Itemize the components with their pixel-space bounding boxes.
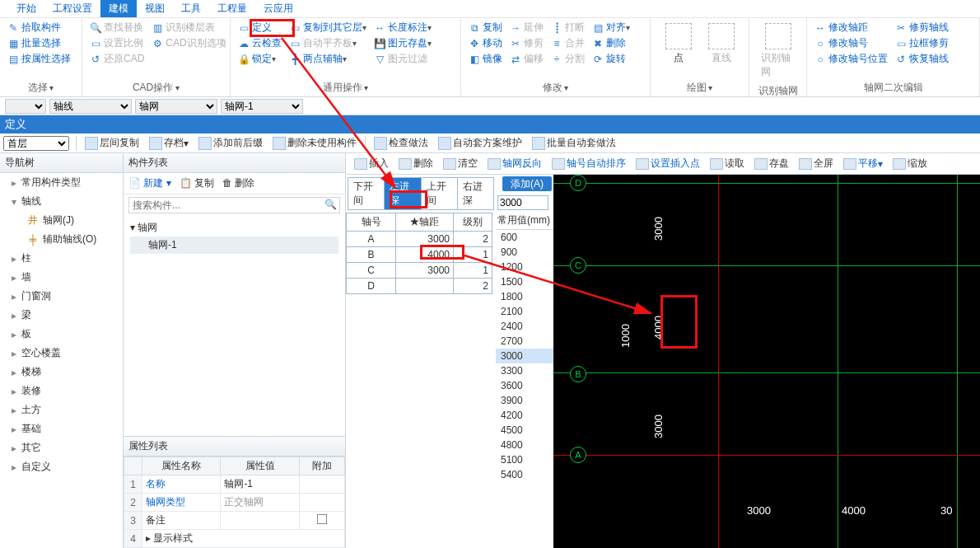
common-value[interactable]: 2700 <box>496 334 553 349</box>
tb2-batch[interactable]: 批量自动套做法 <box>527 136 621 150</box>
nav-found[interactable]: ▸基础 <box>0 419 123 438</box>
nav-slab[interactable]: ▸板 <box>0 325 123 344</box>
sel-a[interactable] <box>5 99 46 114</box>
sel-c[interactable]: 轴网 <box>135 99 217 114</box>
comp-tree-item[interactable]: 轴网-1 <box>130 237 338 254</box>
trim-axis[interactable]: ✂修剪轴线 <box>891 20 952 35</box>
prop-select[interactable]: ▤按属性选择 <box>3 51 78 67</box>
nav-other[interactable]: ▸其它 <box>0 438 123 457</box>
cbar-zoom[interactable]: 缩放 <box>888 157 932 171</box>
group-modify[interactable]: 修改 <box>464 79 646 96</box>
table-row[interactable]: D2 <box>347 279 492 294</box>
cbar-full[interactable]: 全屏 <box>794 157 838 171</box>
common-value[interactable]: 1800 <box>496 289 553 304</box>
lock-btn[interactable]: 🔒锁定 <box>234 51 285 67</box>
common-value[interactable]: 5100 <box>496 452 553 467</box>
tb2-archive[interactable]: 存档 ▾ <box>144 136 194 150</box>
len-dim[interactable]: ↔长度标注 <box>370 20 435 35</box>
cbar-delete[interactable]: 删除 <box>394 157 438 171</box>
cbar-save[interactable]: 存盘 <box>749 157 794 171</box>
common-value[interactable]: 3000 <box>496 349 553 363</box>
common-value[interactable]: 3600 <box>496 378 553 393</box>
tab-start[interactable]: 开始 <box>8 0 44 17</box>
nav-col[interactable]: ▸柱 <box>0 249 123 268</box>
common-value[interactable]: 3900 <box>496 393 553 408</box>
cbar-autonum[interactable]: 轴号自动排序 <box>547 157 631 171</box>
tb2-auto[interactable]: 自动套方案维护 <box>433 136 527 150</box>
restore-axis[interactable]: ↺恢复轴线 <box>891 51 952 67</box>
tab-model[interactable]: 建模 <box>100 0 137 17</box>
two-pt-axis[interactable]: ╋两点辅轴 <box>285 51 370 67</box>
gridtab-3[interactable]: 右进深 <box>457 177 494 210</box>
comp-tree-root[interactable]: ▾ 轴网 <box>130 219 338 237</box>
table-row[interactable]: C30001 <box>347 263 492 279</box>
copy-layer[interactable]: ▭复制到其它层 <box>285 20 370 35</box>
tab-tools[interactable]: 工具 <box>173 0 209 17</box>
tab-view[interactable]: 视图 <box>137 0 173 17</box>
mod-spacing[interactable]: ↔修改轴距 <box>810 20 891 35</box>
table-row[interactable]: B40001 <box>347 247 492 263</box>
mirror-btn[interactable]: ◧镜像 <box>464 51 506 67</box>
prop-chk[interactable] <box>317 514 327 524</box>
copy-btn[interactable]: ⧉复制 <box>464 20 506 35</box>
cloud-check[interactable]: ☁云检查 <box>234 35 285 51</box>
tb2-check[interactable]: 检查做法 <box>369 136 433 150</box>
table-row[interactable]: A30002 <box>347 232 492 247</box>
nav-finish[interactable]: ▸装修 <box>0 382 123 400</box>
common-value[interactable]: 4500 <box>496 423 553 438</box>
nav-custom[interactable]: ▸自定义 <box>0 457 123 476</box>
nav-axis[interactable]: ▾轴线 <box>0 192 123 211</box>
group-draw[interactable]: 绘图 <box>654 79 745 96</box>
comp-search[interactable] <box>128 197 340 213</box>
tb2-copy[interactable]: 层间复制 <box>80 136 144 150</box>
cbar-clear[interactable]: 清空 <box>438 157 483 171</box>
sel-b[interactable]: 轴线 <box>49 99 132 114</box>
point-tool[interactable]: 点 <box>657 20 700 68</box>
add-button[interactable]: 添加(A) <box>502 176 552 191</box>
cbar-insertpt[interactable]: 设置插入点 <box>631 157 705 171</box>
batch-select[interactable]: ▦批量选择 <box>3 35 78 51</box>
tab-quantity[interactable]: 工程量 <box>209 0 255 17</box>
common-value[interactable]: 4200 <box>496 408 553 423</box>
nav-common[interactable]: ▸常用构件类型 <box>0 173 123 192</box>
comp-new[interactable]: 📄 新建 ▾ <box>128 176 171 190</box>
nav-door[interactable]: ▸门窗洞 <box>0 287 123 306</box>
rotate-btn[interactable]: ⟳旋转 <box>588 51 633 67</box>
nav-wall[interactable]: ▸墙 <box>0 268 123 287</box>
align-btn[interactable]: ▤对齐 <box>588 20 633 35</box>
group-common[interactable]: 通用操作 <box>234 79 457 96</box>
nav-beam[interactable]: ▸梁 <box>0 306 123 325</box>
move-btn[interactable]: ✥移动 <box>464 35 506 51</box>
sel-d[interactable]: 轴网-1 <box>221 99 303 114</box>
nav-stair[interactable]: ▸楼梯 <box>0 363 123 382</box>
common-value[interactable]: 1500 <box>496 274 553 289</box>
cbar-pan[interactable]: 平移 ▾ <box>838 157 888 171</box>
mod-numpos[interactable]: ○修改轴号位置 <box>810 51 891 67</box>
gridtab-2[interactable]: 上开间 <box>421 177 458 210</box>
common-value[interactable]: 1200 <box>496 260 553 274</box>
nav-axis-grid[interactable]: 井轴网(J) <box>23 211 123 230</box>
tab-project[interactable]: 工程设置 <box>44 0 100 17</box>
tab-cloud[interactable]: 云应用 <box>255 0 301 17</box>
common-value[interactable]: 600 <box>496 230 553 245</box>
box-trim[interactable]: ▭拉框修剪 <box>891 35 952 51</box>
tb2-prefix[interactable]: 添加前后缀 <box>194 136 268 150</box>
prop-toggle[interactable]: 显示样式 <box>146 532 193 544</box>
common-value[interactable]: 4800 <box>496 438 553 452</box>
nav-hollow[interactable]: ▸空心楼盖 <box>0 344 123 363</box>
comp-copy[interactable]: 📋 复制 <box>180 176 214 190</box>
group-cad[interactable]: CAD操作 <box>86 79 226 96</box>
common-value[interactable]: 2400 <box>496 319 553 334</box>
mod-number[interactable]: ○修改轴号 <box>810 35 891 51</box>
cbar-read[interactable]: 读取 <box>705 157 749 171</box>
cbar-insert[interactable]: 插入 <box>349 157 394 171</box>
gridtab-0[interactable]: 下开间 <box>348 177 385 210</box>
common-list[interactable]: 6009001200150018002100240027003000330036… <box>496 229 553 548</box>
nav-earth[interactable]: ▸土方 <box>0 400 123 419</box>
define-btn[interactable]: ▭定义 <box>234 20 285 35</box>
tb2-delunused[interactable]: 删除未使用构件 <box>268 136 362 150</box>
pick-component[interactable]: ✎拾取构件 <box>3 20 78 35</box>
cbar-reverse[interactable]: 轴网反向 <box>483 157 547 171</box>
group-select[interactable]: 选择 <box>3 79 78 96</box>
nav-axis-aux[interactable]: ╪辅助轴线(O) <box>23 230 123 249</box>
